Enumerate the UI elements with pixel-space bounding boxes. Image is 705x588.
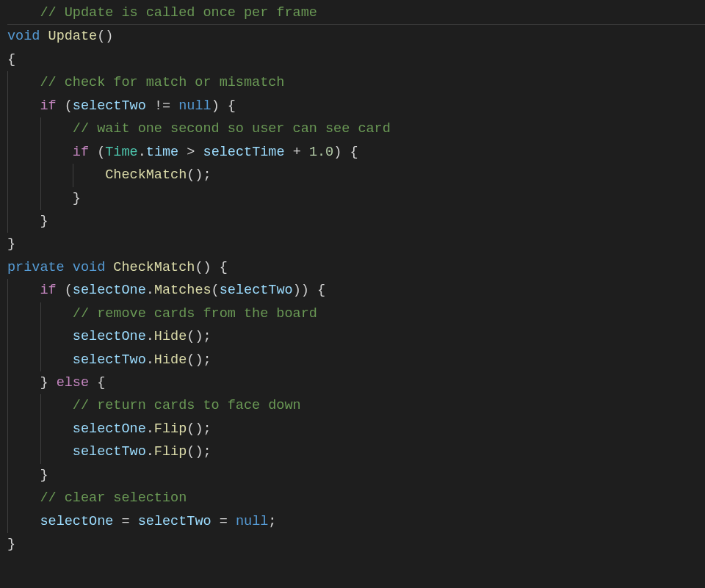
code-token: selectTwo [220,283,293,298]
code-token: null [178,98,211,114]
code-token: void [73,260,105,275]
indent-guide [7,487,8,509]
indent-guide [40,440,41,463]
code-token: selectTwo [73,444,146,460]
code-line[interactable]: selectOne = selectTwo = null; [7,510,705,533]
code-token: Time [105,145,137,160]
indent-guide [7,164,8,186]
code-token: ; [268,514,276,529]
code-line[interactable]: } [7,210,705,233]
code-token [57,283,65,298]
code-line[interactable]: } [7,464,705,487]
code-token: selectOne [73,329,146,344]
code-token: // Update is called once per frame [40,5,317,21]
code-line[interactable]: // return cards to face down [7,394,705,417]
code-line[interactable]: // wait one second so user can see card [7,117,705,140]
code-token: selectOne [73,421,146,437]
code-token: Update [48,29,98,44]
code-token [170,98,178,114]
code-token: (); [187,352,211,368]
code-token: // return cards to face down [73,398,301,413]
code-line[interactable]: } else { [7,371,705,394]
code-token [40,29,48,44]
code-editor[interactable]: // Update is called once per framevoid U… [0,0,705,556]
code-token [285,145,293,160]
code-line[interactable]: if (selectOne.Matches(selectTwo)) { [7,279,705,302]
code-token: Flip [154,421,187,437]
code-token: // wait one second so user can see card [73,121,391,137]
code-line[interactable]: selectTwo.Hide(); [7,349,705,371]
code-token: { [7,52,15,68]
code-token [178,145,187,160]
code-line[interactable]: if (selectTwo != null) { [7,95,705,117]
indent-guide [7,210,8,233]
code-line[interactable]: } [7,187,705,210]
indent-guide [40,117,41,140]
code-token: (); [187,329,211,344]
code-token: selectOne [40,514,113,529]
indent-guide [40,349,41,371]
code-token: } [7,236,15,252]
indent-guide [7,371,8,394]
code-line[interactable]: CheckMatch(); [7,164,705,186]
indent-guide [40,164,41,186]
code-token: ( [65,98,73,114]
code-line[interactable]: } [7,533,705,556]
code-token: (); [187,167,211,183]
indent-guide [40,325,41,348]
code-token: . [146,352,154,368]
code-token: (); [187,444,211,460]
code-line[interactable]: // Update is called once per frame [7,1,705,25]
indent-guide [7,325,8,348]
indent-guide [7,71,8,94]
indent-guide [40,302,41,325]
code-token: void [7,29,40,44]
code-line[interactable]: // check for match or mismatch [7,71,705,94]
code-line[interactable]: void Update() [7,25,705,48]
code-token [228,514,236,529]
code-token: CheckMatch [113,260,195,275]
code-line[interactable]: selectOne.Flip(); [7,418,705,440]
indent-guide [73,164,73,186]
code-line[interactable]: { [7,48,705,71]
code-token [57,98,65,114]
code-token: . [138,145,146,160]
code-token: selectTwo [73,352,146,368]
code-token [113,514,121,529]
code-line[interactable]: if (Time.time > selectTime + 1.0) { [7,141,705,164]
code-token [130,514,138,529]
code-token: private [7,260,65,275]
code-token [105,260,113,275]
code-token: } [40,468,48,483]
code-token: Flip [154,444,187,460]
code-token: ( [212,283,220,298]
code-token: () [97,29,113,44]
code-line[interactable]: private void CheckMatch() { [7,256,705,279]
code-line[interactable]: } [7,233,705,255]
indent-guide [40,141,41,164]
code-token: selectTime [203,145,285,160]
code-token: } [40,375,56,391]
code-token: > [187,145,195,160]
indent-guide [7,349,8,371]
code-token: // remove cards from the board [73,306,317,322]
code-token: Matches [154,283,212,298]
code-token: != [154,98,170,114]
code-token: null [236,514,268,529]
code-token: ) { [333,145,358,160]
code-token: } [7,537,15,552]
code-token: } [40,214,48,229]
code-line[interactable]: selectTwo.Flip(); [7,440,705,463]
indent-guide [7,464,8,487]
code-line[interactable]: selectOne.Hide(); [7,325,705,348]
code-line[interactable]: // remove cards from the board [7,302,705,325]
code-token: ) { [212,98,236,114]
indent-guide [7,187,8,210]
code-token: if [73,145,89,160]
code-line[interactable]: // clear selection [7,487,705,509]
code-token: if [40,283,56,298]
code-token: ( [65,283,73,298]
code-token [301,145,309,160]
indent-guide [40,187,41,210]
code-token: . [146,444,154,460]
